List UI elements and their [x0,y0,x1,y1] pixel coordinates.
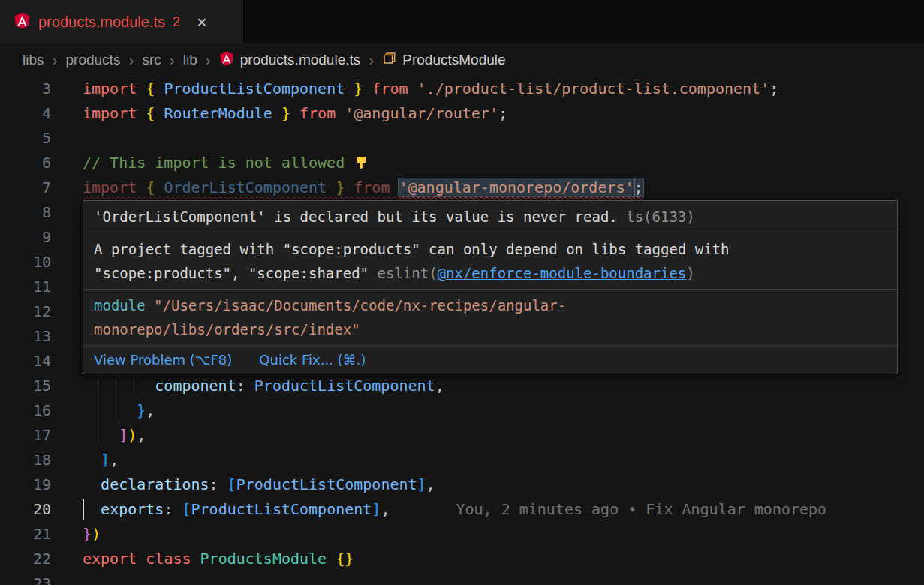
line-number[interactable]: 15 [0,374,51,398]
code-content: ]), [83,423,924,448]
code-token: {} [336,550,354,568]
line-number[interactable]: 13 [0,324,51,349]
code-line[interactable]: 3import { ProductListComponent } from '.… [0,76,924,101]
hover-text: "/Users/isaac/Documents/code/nx-recipes/… [94,297,566,338]
code-token: } [345,80,372,98]
breadcrumb-item-symbol[interactable]: ProductsModule [382,51,505,69]
tab-bar: products.module.ts 2 × [0,0,924,44]
chevron-right-icon: › [170,51,175,69]
code-content: export class ProductsModule {} [83,547,924,572]
line-number[interactable]: 7 [0,176,51,200]
line-number[interactable]: 18 [0,448,51,472]
git-blame-annotation: You, 2 minutes ago • Fix Angular monorep… [456,500,826,518]
line-number[interactable]: 10 [0,250,51,274]
hover-text: module [94,297,154,314]
line-number[interactable]: 21 [0,522,51,547]
line-number[interactable]: 8 [0,200,51,225]
code-token [327,550,336,568]
code-line[interactable]: 20 exports: [ProductListComponent],You, … [0,497,924,522]
code-line[interactable]: 6// This import is not allowed [0,151,924,176]
chevron-right-icon: › [128,51,134,69]
code-line[interactable]: 21}) [0,522,924,547]
code-content: ], [83,448,924,472]
hover-diagnostic-row: 'OrderListComponent' is declared but its… [83,201,897,232]
code-line[interactable]: 22export class ProductsModule {} [0,547,924,572]
code-token: '@angular-monorepo/orders' [399,178,634,196]
code-line[interactable]: 15 component: ProductListComponent, [0,374,924,398]
line-number[interactable]: 4 [0,101,51,126]
code-line[interactable]: 5 [0,126,924,151]
code-token: // This import is not allowed [83,154,354,172]
line-number[interactable]: 20 [0,497,51,522]
breadcrumb: libs › products › src › lib › products.m… [0,44,924,76]
code-token: , [146,401,155,419]
code-content: component: ProductListComponent, [83,374,924,398]
code-token: component [155,376,236,394]
code-token: ProductListComponent [254,376,435,394]
code-line[interactable]: 23 [0,572,924,585]
class-symbol-icon [382,51,396,69]
breadcrumb-item-file[interactable]: products.module.ts [219,51,361,70]
code-token: class [146,550,200,568]
angular-icon [219,51,234,70]
code-content: import { ProductListComponent } from './… [83,76,924,101]
code-token [83,401,137,419]
close-icon[interactable]: × [197,14,207,31]
line-number[interactable]: 9 [0,225,51,250]
hover-text: 'OrderListComponent' is declared but its… [94,208,618,225]
code-line[interactable]: 18 ], [0,448,924,472]
code-token: : [236,376,254,394]
code-token: ProductListComponent [236,476,417,494]
code-line[interactable]: 4import { RouterModule } from '@angular/… [0,101,924,126]
code-token: [ [182,500,191,518]
line-number[interactable]: 11 [0,274,51,299]
code-token: } [83,525,92,543]
line-number[interactable]: 16 [0,398,51,423]
code-token: , [110,451,119,469]
code-content [83,572,924,585]
code-token: ] [372,500,381,518]
line-number[interactable]: 23 [0,572,51,585]
breadcrumb-item-lib[interactable]: lib [183,52,197,68]
code-token: import [83,104,146,122]
code-token: : [164,500,182,518]
code-token: [ [227,476,236,494]
code-token: RouterModule [164,104,272,122]
breadcrumb-item-src[interactable]: src [142,52,161,68]
line-number[interactable]: 19 [0,472,51,497]
code-token: , [137,426,146,444]
line-number[interactable]: 22 [0,547,51,572]
line-number[interactable]: 14 [0,349,51,374]
chevron-right-icon: › [369,51,374,69]
line-number[interactable]: 17 [0,423,51,448]
indent-guide-icon [137,374,137,398]
line-number[interactable]: 3 [0,76,51,101]
code-line[interactable]: 7import { OrderListComponent } from '@an… [0,176,924,200]
code-line[interactable]: 16 }, [0,398,924,423]
angular-icon [14,12,31,32]
code-token: , [381,500,390,518]
code-content: declarations: [ProductListComponent], [83,472,924,497]
breadcrumb-item-libs[interactable]: libs [23,52,44,68]
quick-fix-action[interactable]: Quick Fix... (⌘.) [259,352,366,368]
breadcrumb-item-products[interactable]: products [66,52,121,68]
tab-products-module[interactable]: products.module.ts 2 × [0,0,244,44]
hover-actions: View Problem (⌥F8) Quick Fix... (⌘.) [83,345,897,374]
line-number[interactable]: 12 [0,299,51,324]
code-token: OrderListComponent [164,178,327,196]
view-problem-action[interactable]: View Problem (⌥F8) [94,352,232,368]
line-number[interactable]: 6 [0,151,51,176]
code-line[interactable]: 17 ]), [0,423,924,448]
code-token: import [83,178,146,196]
code-token: { [146,178,164,196]
indent-guide-icon [101,374,101,398]
code-line[interactable]: 19 declarations: [ProductListComponent], [0,472,924,497]
code-token: '@angular/router' [345,104,498,122]
indent-guide-icon [101,423,101,448]
nx-enforce-module-boundaries-link[interactable]: @nx/enforce-module-boundaries [438,265,687,281]
line-number[interactable]: 5 [0,126,51,151]
code-content: // This import is not allowed [83,151,924,176]
code-content: }, [83,398,924,423]
code-token: ProductListComponent [164,80,345,98]
hover-diagnostics-widget: 'OrderListComponent' is declared but its… [83,200,898,374]
